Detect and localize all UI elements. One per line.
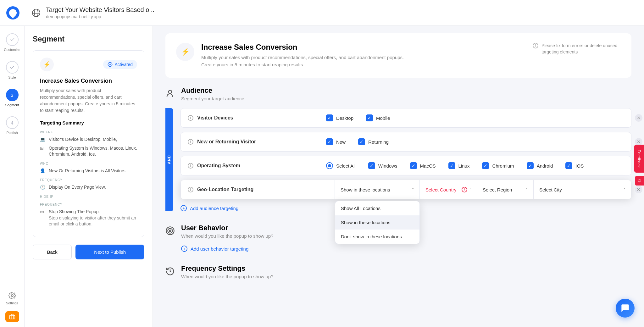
target-icon <box>165 226 175 237</box>
hero-title: Increase Sales Conversion <box>201 43 415 52</box>
activated-badge: Activated <box>103 60 137 69</box>
remove-rule-button[interactable]: ✕ <box>635 114 642 122</box>
topbar: Target Your Website Visitors Based o... … <box>0 0 644 26</box>
plus-circle-icon: + <box>180 205 187 211</box>
hero-card: ⚡ Increase Sales Conversion Multiply you… <box>165 33 631 78</box>
globe-icon <box>32 9 40 17</box>
rail-settings[interactable]: Settings <box>6 292 19 305</box>
next-button[interactable]: Next to Publish <box>75 245 144 259</box>
page-subtitle: demopopupsmart.netlify.app <box>46 14 154 19</box>
person-icon <box>165 89 175 99</box>
svg-rect-1 <box>9 315 15 319</box>
laptop-icon: 💻 <box>40 136 46 143</box>
rail-customize[interactable]: Customize <box>4 33 20 52</box>
feedback-tab[interactable]: Feedback <box>634 145 644 173</box>
warning-icon: ! <box>533 43 538 48</box>
chk-chromium[interactable]: ✓Chromium <box>482 162 514 169</box>
info-icon[interactable]: i <box>188 115 193 121</box>
dropdown-opt-dont-show[interactable]: Don't show in these locations <box>335 230 419 244</box>
rail-style[interactable]: Style <box>6 61 19 79</box>
summary-freq-1: 🕐Display On Every Page View. <box>40 184 137 191</box>
targeting-summary-heading: Targeting Summary <box>40 120 137 125</box>
hero-desc: Multiply your sales with product recomme… <box>201 54 415 68</box>
card-desc: Multiply your sales with product recomme… <box>40 87 137 114</box>
geo-country-select[interactable]: Select Country!˅ <box>420 180 477 199</box>
rule-os: iOperating System Select All ✓Windows ✓M… <box>180 156 631 175</box>
rail-briefcase[interactable] <box>5 311 19 322</box>
hide-label: HIDE IF <box>40 195 137 198</box>
chk-android[interactable]: ✓Android <box>527 162 553 169</box>
where-label: WHERE <box>40 130 137 134</box>
info-icon[interactable]: i <box>188 163 193 169</box>
summary-where-1: 💻Visitor's Device is Desktop, Mobile, <box>40 136 137 143</box>
chat-icon <box>621 304 630 313</box>
rail-segment[interactable]: 3 Segment <box>5 89 19 107</box>
bolt-icon: ⚡ <box>176 43 194 61</box>
svg-point-6 <box>169 230 171 231</box>
history-icon <box>165 267 175 277</box>
left-panel: Segment ⚡ Activated Increase Sales Conve… <box>25 26 153 327</box>
remove-rule-button[interactable]: ✕ <box>635 186 642 193</box>
chk-windows[interactable]: ✓Windows <box>368 162 397 169</box>
warning-icon: ! <box>462 187 467 192</box>
page-title-block: Target Your Website Visitors Based o... … <box>46 6 154 19</box>
info-icon[interactable]: i <box>188 187 193 192</box>
chat-bubble[interactable] <box>616 299 635 318</box>
chevron-down-icon: ˅ <box>624 187 625 192</box>
feedback-smiley[interactable]: ☺ <box>635 176 644 186</box>
chevron-down-icon: ˅ <box>469 187 471 192</box>
summary-where-2: ⊞Operating System is Windows, Macos, Lin… <box>40 145 137 158</box>
who-label: WHO <box>40 162 137 165</box>
hero-warning: ! Please fix form errors or delete unuse… <box>533 43 621 55</box>
check-circle-icon <box>108 62 113 67</box>
gear-icon <box>8 292 16 299</box>
app-logo[interactable] <box>6 6 19 19</box>
geo-region-select[interactable]: Select Region˅ <box>477 180 534 199</box>
clock-icon: 🕐 <box>40 184 46 191</box>
back-button[interactable]: Back <box>33 245 72 259</box>
freq2-label: FREQUENCY <box>40 203 137 206</box>
briefcase-icon <box>9 313 15 320</box>
chevron-down-icon: ˅ <box>526 187 528 192</box>
card-title: Increase Sales Conversion <box>40 78 137 84</box>
info-icon[interactable]: i <box>188 139 193 145</box>
and-bar: AND <box>165 108 173 211</box>
rule-new-returning: iNew or Returning Visitor ✓New ✓Returnin… <box>180 132 631 152</box>
rail-publish[interactable]: 4 Publish <box>6 116 19 135</box>
chk-mobile[interactable]: ✓Mobile <box>366 114 390 121</box>
chk-desktop[interactable]: ✓Desktop <box>326 114 353 121</box>
dropdown-opt-show-in[interactable]: Show in these locations <box>335 215 419 230</box>
geo-city-select[interactable]: Select City˅ <box>534 180 631 199</box>
geo-show-dropdown: Show All Locations Show in these locatio… <box>335 201 420 244</box>
audience-header: Audience Segment your target audience <box>165 86 631 101</box>
freq-label: FREQUENCY <box>40 178 137 182</box>
page-title: Target Your Website Visitors Based o... <box>46 6 154 14</box>
svg-point-3 <box>169 90 172 93</box>
plus-circle-icon: + <box>181 246 187 252</box>
segment-card: ⚡ Activated Increase Sales Conversion Mu… <box>33 50 144 237</box>
dropdown-opt-all[interactable]: Show All Locations <box>335 201 419 215</box>
panel-heading: Segment <box>33 35 144 43</box>
popup-icon: ▭ <box>40 209 46 215</box>
chk-returning[interactable]: ✓Returning <box>358 138 389 145</box>
radio-select-all[interactable]: Select All <box>326 162 356 169</box>
rule-geo: iGeo-Location Targeting Show in these lo… <box>180 180 631 199</box>
person-icon: 👤 <box>40 168 46 174</box>
geo-show-select[interactable]: Show in these locations˄ <box>335 180 420 199</box>
bolt-icon: ⚡ <box>40 58 54 71</box>
summary-hide-1: ▭Stop Showing The Popup:Stop displaying … <box>40 209 137 227</box>
chevron-up-icon: ˄ <box>412 187 414 192</box>
chk-linux[interactable]: ✓Linux <box>448 162 470 169</box>
chk-ios[interactable]: ✓IOS <box>565 162 584 169</box>
os-icon: ⊞ <box>40 145 46 152</box>
svg-point-0 <box>11 295 13 297</box>
add-behavior-link[interactable]: + Add user behavior targeting <box>181 246 631 252</box>
chk-macos[interactable]: ✓MacOS <box>410 162 436 169</box>
rule-visitor-devices: iVisitor Devices ✓Desktop ✓Mobile ✕ <box>180 108 631 128</box>
summary-who-1: 👤New Or Returning Visitors is All Visito… <box>40 168 137 174</box>
chk-new[interactable]: ✓New <box>326 138 346 145</box>
main-content: ⚡ Increase Sales Conversion Multiply you… <box>153 26 644 327</box>
left-rail: Customize Style 3 Segment 4 Publish Sett… <box>0 26 25 327</box>
frequency-header: Frequency Settings When would you like t… <box>165 264 631 279</box>
svg-point-5 <box>168 228 173 233</box>
